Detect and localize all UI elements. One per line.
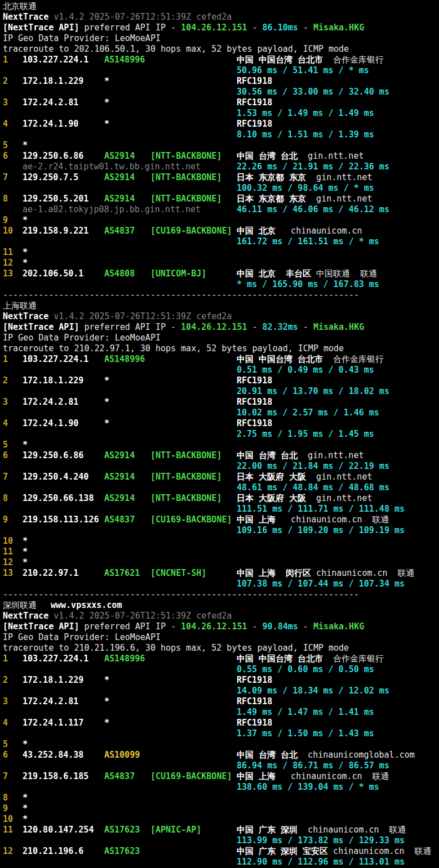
hop-latency-row: 138.60 ms / 139.04 ms / * ms xyxy=(0,782,439,793)
section-title: 北京联通 xyxy=(3,1,37,11)
hop-hostname: ae-2.r24.taiptw01.tw.bb.gin.ntt.net xyxy=(23,162,201,172)
hop-number: 11 xyxy=(3,247,13,258)
hop-asn: AS148996 xyxy=(104,354,145,365)
hop-latency: 107.38 ms / 107.44 ms / 107.34 ms xyxy=(237,579,405,589)
hop-latency: 1.49 ms / 1.47 ms / 1.41 ms xyxy=(237,707,374,718)
hop-row: 10219.158.9.221AS4837[CU169-BACKBONE]中国 … xyxy=(0,226,439,236)
section-title: 上海联通 xyxy=(3,301,37,311)
hop-latency-row: 107.38 ms / 107.44 ms / 107.34 ms xyxy=(0,579,439,589)
hop-ip: * xyxy=(23,803,28,814)
api-node: Misaka.HKG xyxy=(313,621,364,632)
hop-latency: * ms / 165.90 ms / 167.83 ms xyxy=(237,279,379,290)
hop-row: 4172.24.1.117*RFC1918 xyxy=(0,718,439,728)
hop-latency-row: 2.75 ms / 1.95 ms / 1.45 ms xyxy=(0,429,439,440)
hop-number: 1 xyxy=(3,55,8,65)
geo-segment: 日本 大阪府 大阪 xyxy=(237,493,306,503)
section-title: 深圳联通 xyxy=(3,600,37,610)
hop-number: 12 xyxy=(3,258,13,269)
hop-ip: 172.24.2.81 xyxy=(23,696,78,707)
geo-segment: 中国 广东 深圳 xyxy=(237,825,298,835)
hop-ip: * xyxy=(23,547,28,557)
hop-ip: * xyxy=(23,739,28,750)
api-node: Misaka.HKG xyxy=(313,322,364,332)
owner-segment: chinaunicom.cn 联通 xyxy=(328,846,432,856)
geo-segment: RFC1918 xyxy=(237,375,272,386)
geo-segment: 日本 大阪府 大阪 xyxy=(237,472,306,482)
hop-ip: * xyxy=(23,247,28,258)
geo-segment: RFC1918 xyxy=(237,119,272,129)
hop-latency-row: 1.37 ms / 1.50 ms / 1.43 ms xyxy=(0,728,439,739)
hop-latency-row: 111.51 ms / 111.71 ms / 111.48 ms xyxy=(0,504,439,514)
hop-row: 8129.250.5.201AS2914[NTT-BACKBONE]日本 东京都… xyxy=(0,194,439,204)
app-name: NextTrace xyxy=(3,12,48,22)
hop-latency: 0.51 ms / 0.49 ms / 0.43 ms xyxy=(237,365,374,375)
hop-geo: RFC1918 xyxy=(237,696,272,707)
hop-asn: * xyxy=(104,76,109,87)
hop-number: 13 xyxy=(3,568,13,579)
hop-row: 13202.106.50.1AS4808[UNICOM-BJ]中国 北京 丰台区… xyxy=(0,269,439,279)
hop-latency: 1.53 ms / 1.49 ms / 1.49 ms xyxy=(237,108,374,119)
hop-asn: AS10099 xyxy=(104,750,140,760)
owner-segment: 合作金库银行 xyxy=(323,654,384,664)
hop-latency: 20.91 ms / 13.70 ms / 18.02 ms xyxy=(237,386,389,397)
hop-asn: * xyxy=(104,397,109,408)
hop-latency-row: 10.02 ms / 2.57 ms / 1.46 ms xyxy=(0,408,439,418)
api-line: [NextTrace API] preferred API IP - 104.2… xyxy=(0,621,439,632)
api-separator: - xyxy=(247,322,263,332)
hop-ip: 103.227.224.1 xyxy=(23,354,88,365)
hop-number: 5 xyxy=(3,440,8,450)
hop-number: 8 xyxy=(3,493,8,504)
hop-hostname: ae-1.a02.tokyjp08.jp.bb.gin.ntt.net xyxy=(23,204,201,215)
hop-geo: 中国 台湾 台北 gin.ntt.net xyxy=(237,151,363,162)
hop-row: 6129.250.6.86AS2914[NTT-BACKBONE]中国 台湾 台… xyxy=(0,450,439,461)
owner-segment: 中国联通 联通 xyxy=(311,269,377,279)
owner-segment: gin.ntt.net xyxy=(306,172,372,182)
app-version-line: NextTrace v1.4.2 2025-07-26T12:51:39Z ce… xyxy=(0,611,439,621)
hop-latency-row: 20.91 ms / 13.70 ms / 18.02 ms xyxy=(0,386,439,397)
hop-number: 11 xyxy=(3,547,13,557)
api-text: preferred API IP - xyxy=(79,23,181,33)
hop-row: 12* xyxy=(0,258,439,269)
separator-dashes: ----------------------------------------… xyxy=(3,589,359,599)
hop-ip: * xyxy=(23,536,28,547)
geo-provider-line: IP Geo Data Provider: LeoMoeAPI xyxy=(0,33,439,44)
hop-row: 1103.227.224.1AS148996中国 中国台湾 台北市 合作金库银行 xyxy=(0,55,439,65)
hop-latency: 1.37 ms / 1.50 ms / 1.43 ms xyxy=(237,728,374,739)
hop-row: 2172.18.1.229*RFC1918 xyxy=(0,675,439,686)
hop-row: 9* xyxy=(0,215,439,226)
hop-number: 12 xyxy=(3,557,13,568)
hop-latency: 161.72 ms / 161.51 ms / * ms xyxy=(237,236,379,247)
hop-row: 8129.250.66.138AS2914[NTT-BACKBONE]日本 大阪… xyxy=(0,493,439,504)
hop-geo: RFC1918 xyxy=(237,418,272,429)
hop-row: 9* xyxy=(0,803,439,814)
hop-row: 7129.250.4.240AS2914[NTT-BACKBONE]日本 大阪府… xyxy=(0,472,439,482)
hop-number: 12 xyxy=(3,846,13,857)
hop-number: 5 xyxy=(3,140,8,151)
hop-asn: AS4837 xyxy=(104,771,135,782)
hop-row: 7219.158.6.185AS4837[CU169-BACKBONE]中国 上… xyxy=(0,771,439,782)
hop-latency-row: ae-1.a02.tokyjp08.jp.bb.gin.ntt.net46.11… xyxy=(0,204,439,215)
hop-number: 4 xyxy=(3,119,8,129)
hop-as-tag: [APNIC-AP] xyxy=(150,825,201,835)
traceroute-line: traceroute to 210.22.97.1, 30 hops max, … xyxy=(0,343,439,354)
hop-as-tag: [CU169-BACKBONE] xyxy=(150,226,232,236)
hop-row: 4172.24.1.90*RFC1918 xyxy=(0,119,439,129)
api-ip: 104.26.12.151 xyxy=(181,621,247,632)
hop-latency-row: 1.49 ms / 1.47 ms / 1.41 ms xyxy=(0,707,439,718)
hop-geo: 日本 东京都 东京 gin.ntt.net xyxy=(237,194,372,204)
hop-ip: 172.24.2.81 xyxy=(23,97,78,108)
hop-as-tag: [NTT-BACKBONE] xyxy=(150,194,221,204)
hop-latency-row: 14.09 ms / 18.34 ms / 12.02 ms xyxy=(0,686,439,696)
hop-ip: 129.250.6.86 xyxy=(23,151,83,162)
hop-latency: 0.55 ms / 0.60 ms / 0.50 ms xyxy=(237,664,374,675)
hop-asn: AS4837 xyxy=(104,226,135,236)
hop-ip: 210.21.196.6 xyxy=(23,846,83,857)
hop-row: 10* xyxy=(0,814,439,825)
hop-row: 5* xyxy=(0,739,439,750)
owner-segment: gin.ntt.net xyxy=(306,194,372,204)
geo-segment: 日本 东京都 东京 xyxy=(237,194,306,204)
hop-latency-row: 48.61 ms / 48.84 ms / 48.68 ms xyxy=(0,482,439,493)
hop-number: 3 xyxy=(3,397,8,408)
traceroute-text: traceroute to 210.21.196.6, 30 hops max,… xyxy=(3,643,349,653)
geo-provider-text: IP Geo Data Provider: LeoMoeAPI xyxy=(3,632,161,642)
